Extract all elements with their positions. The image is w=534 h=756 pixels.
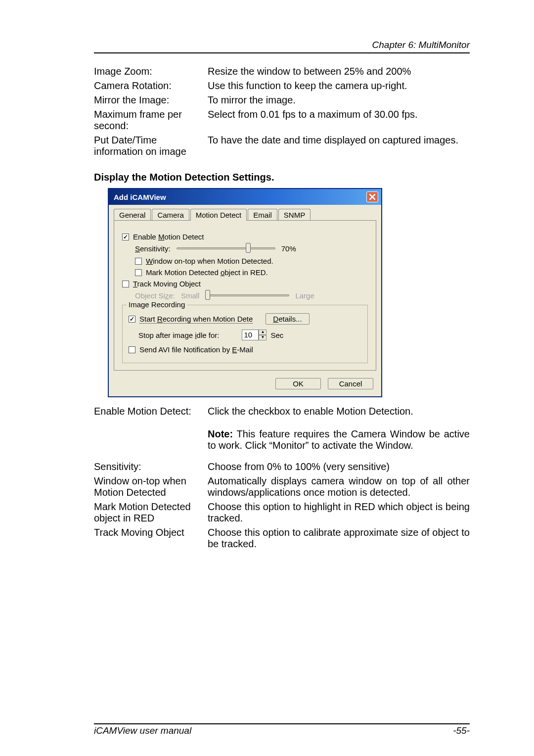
page-footer: iCAMView user manual -55- bbox=[94, 723, 470, 736]
def-desc: To mirror the image. bbox=[208, 93, 470, 107]
tab-motion-detect[interactable]: Motion Detect bbox=[190, 209, 247, 221]
image-recording-legend: Image Recording bbox=[127, 300, 187, 309]
chapter-header: Chapter 6: MultiMonitor bbox=[94, 40, 470, 53]
section-heading: Display the Motion Detection Settings. bbox=[94, 172, 470, 183]
send-avi-checkbox[interactable] bbox=[129, 346, 135, 353]
enable-motion-label: Enable Motion Detect bbox=[133, 233, 204, 241]
bottom-definitions-table: Enable Motion Detect: Click the checkbox… bbox=[94, 404, 470, 551]
enable-motion-checkbox[interactable] bbox=[122, 234, 129, 240]
def-row: Sensitivity:Choose from 0% to 100% (very… bbox=[94, 460, 470, 474]
def-row: Mirror the Image:To mirror the image. bbox=[94, 93, 470, 107]
def-row: Window on-top when Motion DetectedAutoma… bbox=[94, 474, 470, 500]
footer-page: -55- bbox=[453, 725, 470, 736]
tab-snmp[interactable]: SNMP bbox=[278, 209, 311, 221]
def-desc: To have the date and time displayed on c… bbox=[208, 133, 470, 159]
object-size-large: Large bbox=[295, 291, 314, 300]
track-moving-checkbox[interactable] bbox=[122, 281, 129, 287]
dialog-tabstrip: General Camera Motion Detect Email SNMP bbox=[109, 205, 381, 221]
stop-after-spinner[interactable]: 10 ▲ ▼ bbox=[242, 330, 267, 340]
def-term: Sensitivity: bbox=[94, 460, 208, 474]
tab-camera[interactable]: Camera bbox=[152, 209, 189, 221]
def-row: Mark Motion Detected object in REDChoose… bbox=[94, 500, 470, 525]
close-icon bbox=[369, 194, 375, 200]
tab-email[interactable]: Email bbox=[248, 209, 277, 221]
def-term: Window on-top when Motion Detected bbox=[94, 474, 208, 500]
spinner-up-icon[interactable]: ▲ bbox=[259, 330, 267, 335]
def-desc: Select from 0.01 fps to a maximum of 30.… bbox=[208, 107, 470, 133]
object-size-small: Small bbox=[181, 291, 200, 300]
ok-button[interactable]: OK bbox=[275, 378, 321, 389]
mark-red-checkbox[interactable] bbox=[135, 269, 142, 276]
dialog-titlebar: Add iCAMView bbox=[109, 189, 381, 205]
def-desc: Use this function to keep the camera up-… bbox=[208, 79, 470, 93]
def-term: Camera Rotation: bbox=[94, 79, 208, 93]
def-row: Camera Rotation:Use this function to kee… bbox=[94, 79, 470, 93]
stop-after-label: Stop after image idle for: bbox=[138, 331, 219, 339]
def-term: Put Date/Time information on image bbox=[94, 133, 208, 159]
def-desc: Automatically displays camera window on … bbox=[208, 474, 470, 500]
def-desc: Click the checkbox to enable Motion Dete… bbox=[208, 404, 470, 453]
stop-after-value[interactable]: 10 bbox=[242, 330, 259, 340]
start-recording-checkbox[interactable] bbox=[129, 316, 135, 323]
footer-left: iCAMView user manual bbox=[94, 725, 191, 736]
top-definitions-table: Image Zoom:Resize the window to between … bbox=[94, 64, 470, 159]
def-desc: Choose this option to calibrate approxim… bbox=[208, 525, 470, 551]
sensitivity-label: Sensitivity: bbox=[135, 244, 171, 253]
dialog-title: Add iCAMView bbox=[114, 193, 166, 201]
def-term: Mark Motion Detected object in RED bbox=[94, 500, 208, 525]
def-term: Enable Motion Detect: bbox=[94, 404, 208, 453]
stop-after-unit: Sec bbox=[270, 331, 283, 339]
details-button[interactable]: Details... bbox=[266, 313, 309, 325]
def-desc: Resize the window to between 25% and 200… bbox=[208, 64, 470, 79]
tab-general[interactable]: General bbox=[114, 209, 151, 221]
mark-red-label: Mark Motion Detected object in RED. bbox=[146, 268, 268, 277]
window-on-top-checkbox[interactable] bbox=[135, 258, 142, 265]
object-size-label: Object Size: bbox=[135, 291, 175, 300]
def-row: Put Date/Time information on imageTo hav… bbox=[94, 133, 470, 159]
def-row: Track Moving ObjectChoose this option to… bbox=[94, 525, 470, 551]
track-moving-label: Track Moving Object bbox=[133, 280, 201, 288]
spinner-down-icon[interactable]: ▼ bbox=[259, 335, 267, 340]
object-size-slider bbox=[205, 291, 289, 300]
add-icamview-dialog: Add iCAMView General Camera Motion Detec… bbox=[108, 188, 382, 397]
def-row: Enable Motion Detect: Click the checkbox… bbox=[94, 404, 470, 453]
def-term: Mirror the Image: bbox=[94, 93, 208, 107]
start-recording-label: Start Recording when Motion Dete bbox=[139, 315, 253, 324]
image-recording-group: Image Recording Start Recording when Mot… bbox=[122, 305, 368, 363]
window-on-top-label: Window on-top when Motion Detected. bbox=[146, 257, 273, 265]
def-term: Track Moving Object bbox=[94, 525, 208, 551]
sensitivity-slider[interactable] bbox=[177, 244, 275, 253]
def-desc: Choose from 0% to 100% (very sensitive) bbox=[208, 460, 470, 474]
def-term: Image Zoom: bbox=[94, 64, 208, 79]
def-row: Maximum frame per second:Select from 0.0… bbox=[94, 107, 470, 133]
cancel-button[interactable]: Cancel bbox=[328, 378, 373, 389]
def-row: Image Zoom:Resize the window to between … bbox=[94, 64, 470, 79]
def-term: Maximum frame per second: bbox=[94, 107, 208, 133]
close-button[interactable] bbox=[366, 191, 378, 202]
tab-body-motion-detect: Enable Motion Detect Sensitivity: 70% Wi… bbox=[114, 220, 376, 371]
send-avi-label: Send AVI file Notification by E-Mail bbox=[139, 345, 253, 354]
sensitivity-value: 70% bbox=[281, 244, 296, 253]
def-desc: Choose this option to highlight in RED w… bbox=[208, 500, 470, 525]
